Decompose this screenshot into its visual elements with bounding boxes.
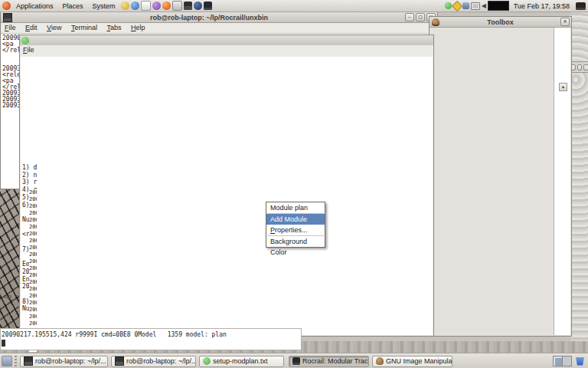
workspace-2[interactable]: [563, 356, 571, 366]
terminal-cursor: [2, 340, 5, 347]
taskbar-handle: [15, 356, 17, 366]
launcher-terminal-icon[interactable]: [184, 2, 192, 10]
tray-volume-icon[interactable]: ◀: [482, 2, 486, 9]
workspace-1[interactable]: [554, 356, 563, 366]
workspace-switcher[interactable]: [553, 356, 572, 366]
editor-icon: [203, 357, 211, 365]
taskbar-rocrail[interactable]: Rocrail: Modular Track ...: [289, 356, 369, 367]
toolbox-scroll-up-icon[interactable]: ▴: [559, 83, 567, 91]
terminal-icon: [115, 356, 124, 366]
launcher-notes-icon[interactable]: [141, 1, 151, 11]
editor-titlebar[interactable]: [20, 35, 433, 45]
distro-logo-icon[interactable]: [2, 2, 11, 10]
toolbox-body-strip: ▴: [554, 28, 570, 335]
launcher-firefox-icon[interactable]: [162, 2, 171, 10]
taskbar-terminal-2[interactable]: rob@rob-laptop: ~/lp/...: [111, 356, 196, 367]
launcher-train-icon[interactable]: [204, 2, 212, 10]
toolbox-close-button[interactable]: ✕: [560, 18, 570, 26]
panel-clock[interactable]: Tue Feb 17, 19:58: [509, 2, 574, 10]
system-menu[interactable]: System: [88, 2, 120, 10]
taskbar-label: rob@rob-laptop: ~/lp/...: [35, 357, 106, 365]
taskbar-editor[interactable]: setup-modplan.txt: [199, 356, 284, 367]
launcher-sphere-icon[interactable]: [194, 2, 202, 10]
context-item-module-plan[interactable]: Module plan: [266, 202, 325, 213]
toolbox-window: Toolbox ✕ ▴: [429, 16, 572, 337]
taskbar-label: rob@rob-laptop: ~/lp/...: [126, 357, 196, 365]
launcher-icon-2[interactable]: [152, 2, 161, 10]
terminal-bottom-line: 20090217.195515,424 r9999I cmd=0BE8 0Mod…: [1, 329, 301, 338]
gimp-wilber-icon: [432, 18, 439, 26]
log-column-text: 2009 2009 2009 2009 2009 2009 2009 2009 …: [29, 189, 37, 341]
terminal-bottom-sliver: 20090217.195515,424 r9999I cmd=0BE8 0Mod…: [0, 328, 302, 350]
applications-menu[interactable]: Applications: [11, 2, 58, 10]
terminal-menu-edit[interactable]: Edit: [21, 23, 41, 32]
terminal-minimize-button[interactable]: –: [405, 13, 414, 21]
gnome-top-panel: Applications Places System ◀ Tue Feb 17,…: [0, 0, 588, 12]
toolbox-titlebar[interactable]: Toolbox ✕: [430, 17, 571, 28]
tray-train-icon[interactable]: [576, 2, 586, 10]
places-menu[interactable]: Places: [58, 2, 88, 10]
rocrail-icon: [292, 357, 300, 365]
terminal-menubar: File Edit View Terminal Tabs Help: [1, 23, 437, 34]
editor-icon: [21, 37, 29, 44]
launcher-thunderbird-icon[interactable]: [131, 2, 139, 10]
terminal-icon: [3, 13, 12, 22]
taskbar-label: GNU Image Manipulati...: [386, 357, 452, 365]
terminal-maximize-button[interactable]: ▢: [416, 13, 425, 21]
editor-menu-file[interactable]: File: [20, 45, 38, 54]
tray-preview-window[interactable]: [488, 1, 509, 11]
editor-text: 1) d 2) n 3) r 4) r 5) r 6) n Nu z <roc …: [21, 57, 433, 313]
tray-network-icon[interactable]: [462, 2, 469, 9]
terminal-icon: [24, 356, 33, 366]
close-icon[interactable]: [583, 64, 588, 71]
context-item-background-color[interactable]: Background Color: [266, 236, 325, 247]
taskbar: rob@rob-laptop: ~/lp/... rob@rob-laptop:…: [0, 353, 588, 368]
terminal-titlebar[interactable]: rob@rob-laptop: ~/lp/Rocrail/unxbin – ▢ …: [1, 12, 437, 23]
terminal-menu-view[interactable]: View: [43, 23, 65, 32]
taskbar-label: setup-modplan.txt: [213, 357, 268, 365]
terminal-menu-terminal[interactable]: Terminal: [67, 23, 101, 32]
context-item-properties[interactable]: Properties...: [266, 225, 325, 235]
module-context-menu: Module plan Add Module Properties... Bac…: [266, 202, 325, 248]
tray-display-icon[interactable]: [471, 2, 480, 10]
show-desktop-button[interactable]: [2, 356, 12, 366]
taskbar-label: Rocrail: Modular Track ...: [302, 357, 369, 365]
gimp-wilber-icon: [376, 357, 384, 365]
wallpaper-text-fragment: dp: [5, 293, 11, 300]
terminal-title: rob@rob-laptop: ~/lp/Rocrail/unxbin: [15, 14, 403, 21]
tray-update-icon[interactable]: [445, 2, 452, 9]
toolbox-title: Toolbox: [442, 18, 559, 26]
terminal-menu-help[interactable]: Help: [127, 23, 149, 32]
taskbar-gimp[interactable]: GNU Image Manipulati...: [372, 356, 452, 367]
desktop: dp rob@rob-laptop: ~/lp/Rocrail/unxbin –…: [0, 0, 588, 368]
terminal-menu-file[interactable]: File: [1, 23, 20, 32]
editor-menubar: File: [20, 45, 433, 55]
launcher-doc-icon[interactable]: [172, 1, 182, 11]
taskbar-terminal-1[interactable]: rob@rob-laptop: ~/lp/...: [20, 356, 108, 367]
context-item-add-module[interactable]: Add Module: [266, 214, 325, 225]
terminal-menu-tabs[interactable]: Tabs: [103, 23, 125, 32]
editor-window: File 1) d 2) n 3) r 4) r 5) r 6) n Nu z …: [19, 34, 434, 337]
maximize-icon[interactable]: [577, 64, 583, 71]
editor-body[interactable]: 1) d 2) n 3) r 4) r 5) r 6) n Nu z <roc …: [21, 57, 433, 335]
tray-alert-icon[interactable]: [452, 0, 462, 11]
launcher-icon-1[interactable]: [121, 2, 129, 10]
trash-icon[interactable]: [575, 357, 585, 366]
